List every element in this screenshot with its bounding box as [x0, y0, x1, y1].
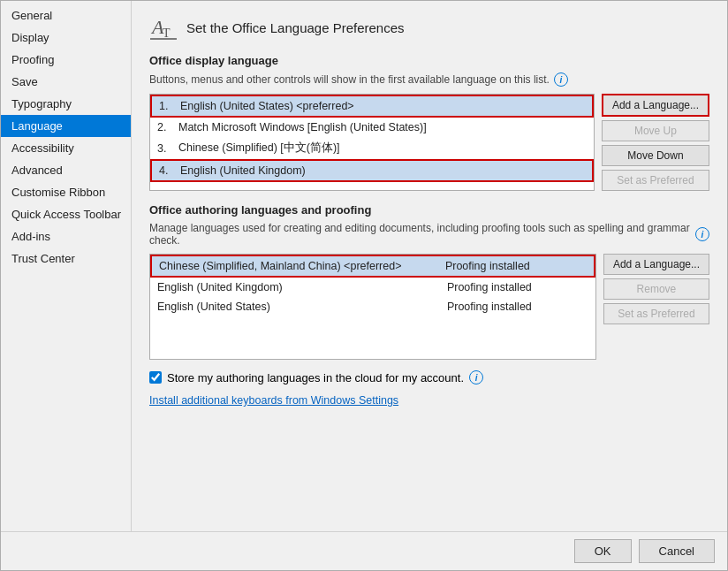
sidebar-item-advanced[interactable]: Advanced [1, 159, 131, 181]
display-lang-item-3[interactable]: 3. Chinese (Simplified) [中文(简体)] [150, 137, 594, 159]
sidebar-item-quick-access-toolbar[interactable]: Quick Access Toolbar [1, 203, 131, 225]
authoring-add-language-button[interactable]: Add a Language... [603, 254, 709, 275]
page-title: Set the Office Language Preferences [186, 20, 405, 35]
page-header: A T Set the Office Language Preferences [149, 13, 709, 42]
display-section-title: Office display language [149, 54, 709, 67]
authoring-lang-item-3[interactable]: English (United States) Proofing install… [150, 297, 595, 316]
cloud-checkbox-row: Store my authoring languages in the clou… [149, 370, 709, 384]
sidebar: General Display Proofing Save Typography… [1, 1, 132, 531]
sidebar-item-language[interactable]: Language [1, 115, 131, 137]
sidebar-item-customise-ribbon[interactable]: Customise Ribbon [1, 181, 131, 203]
display-lang-panel: 1. English (United States) <preferred> 2… [149, 94, 709, 191]
display-lang-list: 1. English (United States) <preferred> 2… [149, 94, 595, 191]
display-section-desc: Buttons, menus and other controls will s… [149, 72, 709, 87]
sidebar-item-add-ins[interactable]: Add-ins [1, 225, 131, 247]
sidebar-item-typography[interactable]: Typography [1, 93, 131, 115]
authoring-remove-button[interactable]: Remove [603, 278, 709, 300]
sidebar-item-accessibility[interactable]: Accessibility [1, 137, 131, 159]
dialog-footer: OK Cancel [1, 531, 727, 570]
display-move-up-button[interactable]: Move Up [602, 120, 709, 141]
display-language-section: Office display language Buttons, menus a… [149, 54, 709, 191]
authoring-set-preferred-button[interactable]: Set as Preferred [603, 303, 709, 324]
display-move-down-button[interactable]: Move Down [602, 145, 709, 166]
language-settings-icon: A T [149, 13, 178, 42]
svg-text:T: T [163, 27, 171, 40]
cancel-button[interactable]: Cancel [639, 539, 715, 563]
authoring-lang-panel: Chinese (Simplified, Mainland China) <pr… [149, 254, 709, 360]
display-lang-item-2[interactable]: 2. Match Microsoft Windows [English (Uni… [150, 118, 594, 137]
display-set-preferred-button[interactable]: Set as Preferred [602, 170, 709, 191]
authoring-section-title: Office authoring languages and proofing [149, 203, 709, 217]
authoring-section-desc: Manage languages used for creating and e… [149, 222, 709, 247]
sidebar-item-display[interactable]: Display [1, 27, 131, 49]
authoring-language-section: Office authoring languages and proofing … [149, 203, 709, 407]
authoring-lang-list: Chinese (Simplified, Mainland China) <pr… [149, 254, 596, 360]
display-add-language-button[interactable]: Add a Language... [602, 94, 709, 117]
sidebar-item-save[interactable]: Save [1, 71, 131, 93]
dialog-body: General Display Proofing Save Typography… [1, 1, 727, 531]
authoring-lang-item-2[interactable]: English (United Kingdom) Proofing instal… [150, 278, 595, 297]
install-link[interactable]: Install additional keyboards from Window… [149, 393, 709, 407]
sidebar-item-trust-center[interactable]: Trust Center [1, 247, 131, 270]
cloud-info-icon[interactable]: i [469, 370, 483, 384]
ok-button[interactable]: OK [574, 539, 632, 563]
cloud-checkbox[interactable] [149, 371, 162, 384]
display-lang-buttons: Add a Language... Move Up Move Down Set … [602, 94, 709, 191]
sidebar-item-proofing[interactable]: Proofing [1, 49, 131, 71]
display-lang-item-4[interactable]: 4. English (United Kingdom) [150, 159, 594, 182]
authoring-lang-item-1[interactable]: Chinese (Simplified, Mainland China) <pr… [150, 255, 595, 278]
display-lang-item-1[interactable]: 1. English (United States) <preferred> [150, 95, 594, 118]
sidebar-item-general[interactable]: General [1, 4, 131, 27]
display-info-icon[interactable]: i [554, 72, 568, 87]
install-keyboards-link[interactable]: Install additional keyboards from Window… [149, 394, 398, 407]
dialog: General Display Proofing Save Typography… [0, 0, 728, 571]
main-content: A T Set the Office Language Preferences … [132, 1, 727, 531]
authoring-info-icon[interactable]: i [695, 227, 709, 241]
authoring-lang-buttons: Add a Language... Remove Set as Preferre… [603, 254, 709, 360]
cloud-checkbox-label: Store my authoring languages in the clou… [167, 371, 464, 384]
